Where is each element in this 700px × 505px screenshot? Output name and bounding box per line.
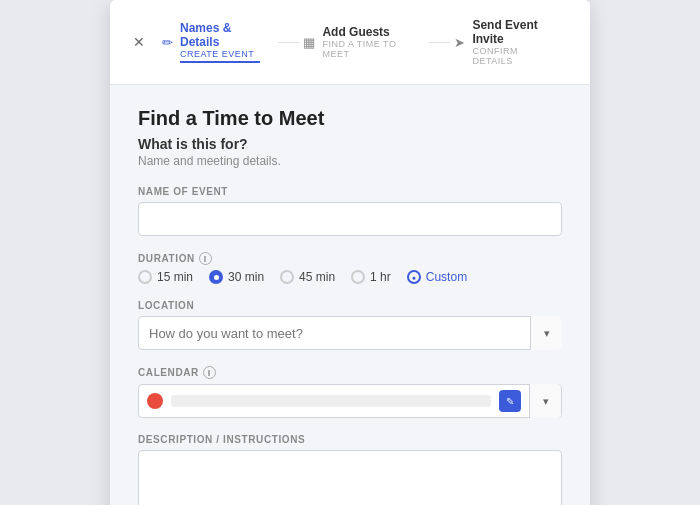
step2-title: Add Guests (322, 25, 411, 39)
page-title: Find a Time to Meet (138, 107, 562, 130)
chevron-down-icon-cal: ▾ (543, 395, 549, 408)
step1-icon: ✏ (162, 35, 173, 50)
step-divider-1 (278, 42, 299, 43)
calendar-color-dot (147, 393, 163, 409)
event-name-label: Name of Event (138, 186, 562, 197)
step1-text: Names & Details Create Event (180, 21, 260, 63)
step-names-details[interactable]: ✏ Names & Details Create Event (162, 17, 274, 67)
step3-title: Send Event Invite (472, 18, 558, 46)
radio-custom (407, 270, 421, 284)
location-group: Location ▾ (138, 300, 562, 350)
duration-30min-label: 30 min (228, 270, 264, 284)
close-button[interactable]: ✕ (128, 31, 150, 53)
step1-sub: Create Event (180, 49, 260, 59)
description-textarea[interactable] (138, 450, 562, 505)
section-title: What is this for? (138, 136, 562, 152)
location-input[interactable] (138, 316, 562, 350)
duration-label: Duration i (138, 252, 562, 265)
step3-text: Send Event Invite Confirm Details (472, 18, 558, 66)
duration-group: Duration i 15 min 30 min 45 min (138, 252, 562, 284)
location-dropdown-button[interactable]: ▾ (530, 316, 562, 350)
duration-info-icon[interactable]: i (199, 252, 212, 265)
calendar-text (171, 395, 491, 407)
duration-30min[interactable]: 30 min (209, 270, 264, 284)
calendar-dropdown-button[interactable]: ▾ (529, 384, 561, 418)
step-add-guests[interactable]: ▦ Add Guests Find a Time to Meet (303, 21, 425, 63)
calendar-info-icon[interactable]: i (203, 366, 216, 379)
steps-bar: ✕ ✏ Names & Details Create Event ▦ Add G… (110, 0, 590, 85)
duration-custom[interactable]: Custom (407, 270, 467, 284)
calendar-label: Calendar i (138, 366, 562, 379)
event-name-input[interactable] (138, 202, 562, 236)
step3-icon: ➤ (454, 35, 465, 50)
duration-45min[interactable]: 45 min (280, 270, 335, 284)
calendar-edit-button[interactable]: ✎ (499, 390, 521, 412)
radio-30min (209, 270, 223, 284)
step3-sub: Confirm Details (472, 46, 558, 66)
event-name-group: Name of Event (138, 186, 562, 236)
calendar-group: Calendar i ✎ ▾ (138, 366, 562, 418)
step1-title: Names & Details (180, 21, 260, 49)
duration-1hr[interactable]: 1 hr (351, 270, 391, 284)
step-send-invite[interactable]: ➤ Send Event Invite Confirm Details (454, 14, 572, 70)
calendar-input-wrapper[interactable]: ✎ ▾ (138, 384, 562, 418)
form-content: Find a Time to Meet What is this for? Na… (110, 85, 590, 505)
description-group: Description / Instructions (138, 434, 562, 505)
duration-15min[interactable]: 15 min (138, 270, 193, 284)
step2-sub: Find a Time to Meet (322, 39, 411, 59)
section-sub: Name and meeting details. (138, 154, 562, 168)
duration-1hr-label: 1 hr (370, 270, 391, 284)
location-label: Location (138, 300, 562, 311)
radio-15min (138, 270, 152, 284)
chevron-down-icon: ▾ (544, 327, 550, 340)
step-divider-2 (429, 42, 450, 43)
modal-container: ✕ ✏ Names & Details Create Event ▦ Add G… (110, 0, 590, 505)
step2-icon: ▦ (303, 35, 315, 50)
edit-icon: ✎ (506, 396, 514, 407)
radio-45min (280, 270, 294, 284)
duration-15min-label: 15 min (157, 270, 193, 284)
steps-container: ✏ Names & Details Create Event ▦ Add Gue… (162, 14, 572, 70)
close-icon: ✕ (133, 34, 145, 50)
step2-text: Add Guests Find a Time to Meet (322, 25, 411, 59)
description-label: Description / Instructions (138, 434, 562, 445)
location-input-wrapper: ▾ (138, 316, 562, 350)
radio-1hr (351, 270, 365, 284)
duration-45min-label: 45 min (299, 270, 335, 284)
duration-custom-label: Custom (426, 270, 467, 284)
duration-options: 15 min 30 min 45 min 1 hr Custom (138, 270, 562, 284)
